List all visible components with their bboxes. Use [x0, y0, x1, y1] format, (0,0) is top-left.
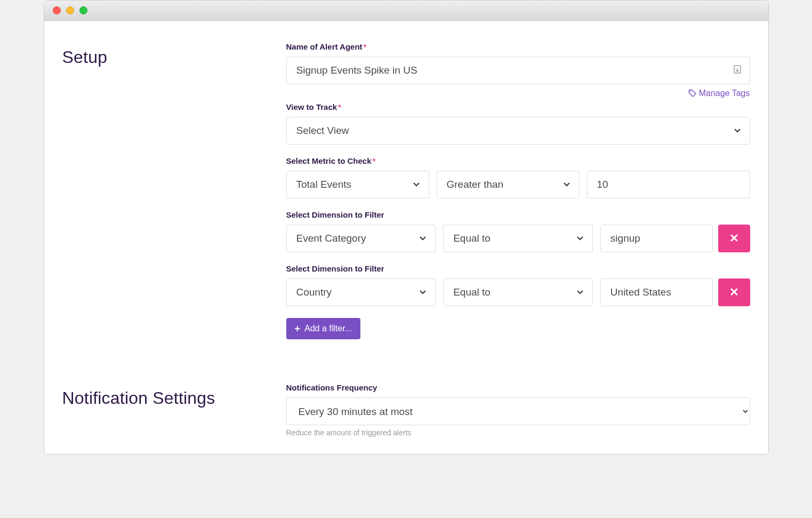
filter-0-operator-text: Equal to — [453, 233, 491, 244]
setup-heading: Setup — [62, 47, 286, 67]
filter-1-operator-text: Equal to — [453, 286, 491, 298]
filter-1-operator-select[interactable]: Equal to — [443, 278, 593, 306]
view-label: View to Track* — [286, 102, 750, 111]
required-asterisk: * — [364, 42, 367, 51]
metric-operator-select[interactable]: Greater than — [437, 171, 580, 198]
metric-selected-text: Total Events — [296, 179, 352, 190]
field-notif-frequency: Notifications Frequency Every 30 minutes… — [286, 383, 750, 437]
close-icon — [730, 232, 738, 245]
notification-section: Notification Settings Notifications Freq… — [62, 383, 750, 439]
filter-1-dimension-text: Country — [296, 286, 332, 298]
label-text: Select Metric to Check — [286, 156, 372, 165]
close-icon — [730, 285, 738, 299]
notif-frequency-label: Notifications Frequency — [286, 383, 750, 392]
metric-operator-text: Greater than — [447, 179, 504, 190]
filter-label: Select Dimension to Filter — [286, 210, 750, 219]
filter-0-operator-select[interactable]: Equal to — [443, 225, 593, 252]
window-maximize-button[interactable] — [79, 6, 87, 14]
metric-label: Select Metric to Check* — [286, 156, 750, 165]
filter-0-value-input[interactable] — [600, 225, 713, 252]
filter-1-value-input[interactable] — [600, 278, 713, 306]
filter-1-dimension-select[interactable]: Country — [286, 278, 436, 306]
notif-helper-text: Reduce the amount of triggered alerts — [286, 428, 750, 437]
add-filter-button[interactable]: + Add a filter... — [286, 318, 360, 339]
filter-0-remove-button[interactable] — [718, 225, 750, 252]
add-filter-row: + Add a filter... — [286, 318, 750, 339]
field-metric: Select Metric to Check* Total Events Gre… — [286, 156, 750, 198]
svg-point-1 — [690, 91, 691, 92]
alert-name-input[interactable] — [286, 57, 750, 84]
titlebar — [44, 1, 768, 21]
view-selected-text: Select View — [296, 125, 349, 137]
keyboard-icon — [733, 65, 742, 76]
setup-section: Setup Name of Alert Agent* — [62, 42, 750, 351]
notif-frequency-select[interactable]: Every 30 minutes at most — [286, 397, 750, 425]
content: Setup Name of Alert Agent* — [44, 21, 768, 454]
field-filter-1: Select Dimension to Filter Country Equal… — [286, 264, 750, 306]
window: Setup Name of Alert Agent* — [44, 0, 769, 455]
add-filter-label: Add a filter... — [304, 324, 352, 333]
field-view: View to Track* Select View — [286, 102, 750, 145]
manage-tags-row: Manage Tags — [286, 89, 750, 98]
label-text: View to Track — [286, 102, 337, 111]
tag-icon — [688, 89, 697, 98]
field-filter-0: Select Dimension to Filter Event Categor… — [286, 210, 750, 252]
filter-label: Select Dimension to Filter — [286, 264, 750, 273]
metric-select[interactable]: Total Events — [286, 171, 429, 198]
filter-0-dimension-text: Event Category — [296, 233, 366, 244]
plus-icon: + — [295, 323, 301, 334]
view-select[interactable]: Select View — [286, 117, 750, 145]
manage-tags-text: Manage Tags — [699, 89, 750, 98]
window-close-button[interactable] — [53, 6, 61, 14]
filter-0-dimension-select[interactable]: Event Category — [286, 225, 436, 252]
manage-tags-link[interactable]: Manage Tags — [688, 89, 750, 98]
field-alert-name: Name of Alert Agent* — [286, 42, 750, 98]
filter-1-remove-button[interactable] — [718, 278, 750, 306]
required-asterisk: * — [338, 102, 341, 111]
required-asterisk: * — [373, 156, 376, 165]
alert-name-label: Name of Alert Agent* — [286, 42, 750, 51]
notification-heading: Notification Settings — [62, 388, 286, 408]
metric-value-input[interactable] — [587, 171, 750, 198]
label-text: Name of Alert Agent — [286, 42, 363, 51]
window-minimize-button[interactable] — [66, 6, 74, 14]
